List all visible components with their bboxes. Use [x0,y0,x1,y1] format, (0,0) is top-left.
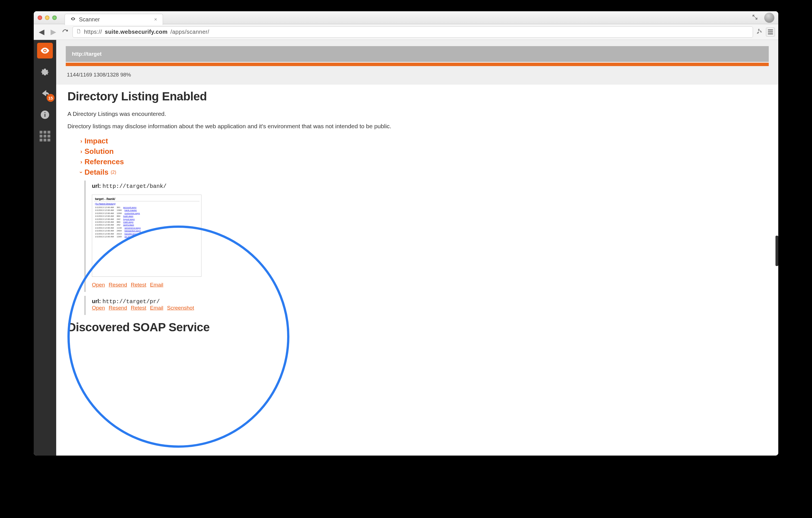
thumb-parent-link: [To Parent Directory] [95,202,200,205]
email-link[interactable]: Email [150,305,164,311]
open-link[interactable]: Open [92,282,105,288]
target-value: http://target [72,51,102,57]
apps-grid-icon [39,131,50,141]
address-bar[interactable]: https://suite.websecurify.com/apps/scann… [72,26,753,38]
app-content: http://target 1144/1169 1308/1328 98% Di… [56,40,778,456]
email-link[interactable]: Email [150,282,164,288]
reload-button[interactable] [61,28,70,36]
finding-title: Directory Listing Enabled [67,90,767,103]
finding-title-2: Discovered SOAP Service [67,321,767,334]
detail-block-2: url: http://target/pr/ Open Resend Retes… [84,296,767,315]
retest-link[interactable]: Retest [131,282,146,288]
share-badge: 15 [47,94,55,102]
screenshot-thumbnail[interactable]: target - /bank/ [To Parent Directory] 1/… [92,195,201,277]
scrollbar-thumb[interactable] [776,236,778,266]
chevron-right-icon: › [80,159,82,165]
url-path: /apps/scanner/ [171,29,209,35]
detail-label: url: [92,298,101,304]
detail-label: url: [92,183,101,189]
detail-block-1: url: http://target/bank/ target - /bank/… [84,181,767,292]
open-link[interactable]: Open [92,305,105,311]
details-body: url: http://target/bank/ target - /bank/… [84,181,767,315]
titlebar-right [752,13,774,23]
close-tab-icon[interactable]: × [154,17,157,23]
finding-desc-2: Directory listings may disclose informat… [67,122,767,131]
target-header: http://target 1144/1169 1308/1328 98% [56,40,778,85]
detail-actions-1: Open Resend Retest Email [92,282,767,288]
resend-link[interactable]: Resend [109,282,127,288]
sidebar-item-share[interactable]: 15 [37,85,53,101]
retest-link[interactable]: Retest [131,305,146,311]
window-controls [38,16,61,20]
window-titlebar: Scanner × [34,11,778,24]
browser-toolbar: ◀ ▶ https://suite.websecurify.com/apps/s… [34,24,778,40]
resend-link[interactable]: Resend [109,305,127,311]
expander-impact[interactable]: ›Impact [80,137,767,145]
expand-icon[interactable] [752,14,758,21]
finding-desc-1: A Directory Listings was encountered. [67,109,767,118]
app-workspace: 15 http://target [34,40,778,456]
screenshot-link[interactable]: Screenshot [167,305,194,311]
eye-icon [70,16,76,23]
sidebar-item-settings[interactable] [37,64,53,80]
sidebar-item-scanner[interactable] [37,43,53,58]
recycle-icon[interactable] [756,28,763,36]
browser-window: Scanner × ◀ ▶ https://suite.websecurify.… [34,11,778,456]
app-sidebar: 15 [34,40,56,456]
detail-value: http://target/bank/ [103,183,167,190]
zoom-window-button[interactable] [52,16,57,20]
target-input[interactable]: http://target [66,46,769,62]
thumb-rows: 1/1/2013 12:00 AM361account.aspx 1/1/201… [94,206,200,238]
details-count: (2) [111,170,116,175]
expander-label: Details [85,168,109,176]
chevron-right-icon: › [80,138,82,144]
thumb-title: target - /bank/ [94,196,200,201]
expander-references[interactable]: ›References [80,158,767,166]
expander-details[interactable]: ›Details (2) [80,168,767,176]
profile-avatar[interactable] [764,13,774,23]
scan-stats: 1144/1169 1308/1328 98% [66,66,769,85]
finding-section: Directory Listing Enabled A Directory Li… [56,85,778,345]
close-window-button[interactable] [38,16,42,20]
back-button[interactable]: ◀ [37,28,46,36]
browser-tab[interactable]: Scanner × [65,14,163,25]
svg-rect-1 [45,114,46,117]
tab-title: Scanner [79,16,100,23]
minimize-window-button[interactable] [45,16,50,20]
expander-label: Impact [85,137,108,145]
url-host: suite.websecurify.com [105,29,168,35]
chevron-right-icon: › [80,148,82,155]
hamburger-menu-button[interactable] [766,28,775,36]
detail-actions-2: Open Resend Retest Email Screenshot [92,305,767,311]
finding-accordion: ›Impact ›Solution ›References ›Details (… [80,137,767,176]
detail-url-2: url: http://target/pr/ [92,298,767,305]
detail-value: http://target/pr/ [103,298,160,305]
sidebar-item-apps[interactable] [37,128,53,144]
detail-url-1: url: http://target/bank/ [92,183,767,190]
expander-label: References [85,158,124,166]
expander-solution[interactable]: ›Solution [80,147,767,156]
page-icon [76,28,81,36]
sidebar-item-info[interactable] [37,107,53,122]
forward-button[interactable]: ▶ [49,28,58,36]
chevron-down-icon: › [78,171,85,173]
expander-label: Solution [85,147,114,156]
url-prefix: https:// [84,29,102,35]
svg-rect-2 [45,112,46,113]
scan-progress-bar [66,63,769,66]
